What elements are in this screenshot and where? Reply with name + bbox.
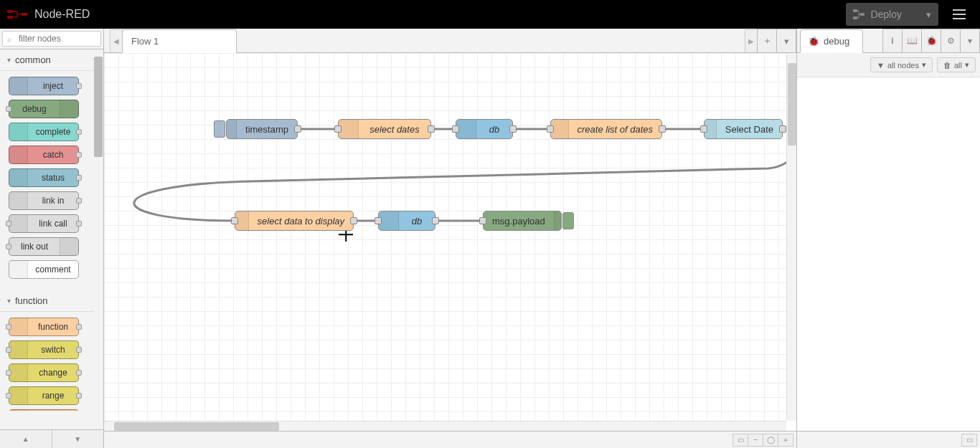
node-type-icon bbox=[9, 215, 28, 232]
inject-button[interactable] bbox=[214, 120, 225, 138]
svg-rect-0 bbox=[7, 10, 13, 13]
flow-node-n8[interactable]: msg.payload bbox=[483, 211, 562, 231]
palette-node-link-in[interactable]: link in bbox=[9, 191, 79, 210]
wire[interactable] bbox=[134, 129, 786, 221]
node-type-icon bbox=[9, 261, 28, 278]
output-port bbox=[76, 129, 82, 135]
navigator-button[interactable]: ▭ bbox=[732, 434, 748, 447]
hamburger-icon bbox=[953, 14, 966, 15]
palette-expand-button[interactable]: ▼ bbox=[52, 430, 104, 448]
palette-category-common[interactable]: ▾common bbox=[0, 49, 93, 71]
input-port[interactable] bbox=[334, 125, 341, 133]
input-port bbox=[6, 106, 11, 112]
input-port[interactable] bbox=[231, 217, 238, 224]
output-port bbox=[76, 152, 82, 158]
input-port[interactable] bbox=[547, 125, 554, 133]
zoom-out-button[interactable]: − bbox=[748, 434, 763, 447]
flow-canvas[interactable]: timestampselect datesdbcreate list of da… bbox=[104, 53, 786, 421]
sidebar-tab-debug[interactable]: 🐞 debug bbox=[800, 29, 863, 53]
input-port bbox=[6, 347, 11, 353]
zoom-reset-button[interactable]: ◯ bbox=[763, 434, 778, 447]
palette-node-function[interactable]: function bbox=[9, 318, 79, 336]
node-type-icon bbox=[379, 211, 399, 230]
node-type-icon bbox=[227, 120, 237, 138]
input-port bbox=[6, 324, 11, 330]
flow-node-n5[interactable]: Select Date bbox=[704, 119, 783, 139]
workspace-tabs: ◀ Flow 1 ▶ ＋ ▾ bbox=[104, 29, 796, 53]
output-port[interactable] bbox=[779, 125, 786, 133]
sidebar-info-button[interactable]: i bbox=[882, 29, 903, 52]
sidebar-debug-button[interactable]: 🐞 bbox=[921, 29, 941, 52]
palette-category-function[interactable]: ▾function bbox=[0, 290, 93, 312]
node-type-icon bbox=[339, 120, 359, 138]
palette-node-comment[interactable]: comment bbox=[9, 260, 79, 279]
canvas-vscroll[interactable] bbox=[786, 53, 796, 421]
flow-node-n1[interactable]: timestamp bbox=[226, 119, 298, 139]
output-port[interactable] bbox=[509, 125, 517, 133]
palette-filter-input[interactable] bbox=[2, 31, 101, 47]
palette-node-template[interactable]: template bbox=[9, 409, 79, 411]
palette-node-catch[interactable]: catch bbox=[9, 146, 79, 164]
output-port bbox=[76, 221, 82, 227]
sidebar-config-button[interactable]: ⚙ bbox=[941, 29, 961, 52]
palette-scrollbar[interactable] bbox=[93, 49, 103, 411]
input-port[interactable] bbox=[374, 217, 382, 224]
list-flows-button[interactable]: ▾ bbox=[776, 29, 796, 52]
app-name: Node-RED bbox=[34, 8, 90, 21]
deploy-button[interactable]: Deploy bbox=[846, 3, 919, 26]
debug-filter-button[interactable]: ▼ all nodes ▾ bbox=[870, 57, 933, 72]
output-port[interactable] bbox=[294, 125, 301, 133]
input-port[interactable] bbox=[700, 125, 707, 133]
flow-node-n3[interactable]: db bbox=[456, 119, 513, 139]
output-port[interactable] bbox=[350, 217, 357, 224]
output-port[interactable] bbox=[428, 125, 435, 133]
workspace: ◀ Flow 1 ▶ ＋ ▾ timestampselect datesdbcr… bbox=[104, 29, 797, 448]
palette-node-range[interactable]: range bbox=[9, 386, 79, 405]
sidebar-tabs: 🐞 debug i 📖 🐞 ⚙ ▾ bbox=[797, 29, 980, 53]
input-port[interactable] bbox=[479, 217, 486, 224]
deploy-dropdown[interactable]: ▾ bbox=[919, 3, 938, 26]
palette-node-inject[interactable]: inject bbox=[9, 77, 79, 95]
palette-node-change[interactable]: change bbox=[9, 363, 79, 382]
sidebar-help-button[interactable]: 📖 bbox=[902, 29, 922, 52]
output-port bbox=[76, 393, 82, 399]
debug-toggle-button[interactable] bbox=[562, 212, 574, 229]
flow-node-n6[interactable]: select data to display bbox=[235, 211, 354, 231]
svg-rect-4 bbox=[853, 16, 857, 19]
canvas-hscroll[interactable] bbox=[104, 421, 786, 431]
output-port bbox=[76, 83, 82, 89]
palette-collapse-button[interactable]: ▲ bbox=[0, 430, 52, 448]
tab-scroll-left[interactable]: ◀ bbox=[110, 29, 123, 52]
node-type-icon bbox=[9, 123, 28, 140]
palette-node-switch[interactable]: switch bbox=[9, 340, 79, 359]
flow-tab[interactable]: Flow 1 bbox=[122, 29, 237, 53]
flow-node-n4[interactable]: create list of dates bbox=[550, 119, 662, 139]
input-port[interactable] bbox=[452, 125, 459, 133]
zoom-in-button[interactable]: ＋ bbox=[778, 434, 793, 447]
sidebar: 🐞 debug i 📖 🐞 ⚙ ▾ ▼ all nodes ▾ 🗑 all ▾ bbox=[797, 29, 980, 448]
sidebar-more-button[interactable]: ▾ bbox=[960, 29, 980, 52]
workspace-footer: ▭ − ◯ ＋ bbox=[104, 431, 796, 448]
sidebar-footer: ▭ bbox=[797, 431, 980, 448]
output-port[interactable] bbox=[432, 217, 439, 224]
flow-tab-label: Flow 1 bbox=[131, 36, 159, 47]
input-port bbox=[6, 393, 11, 399]
palette-node-status[interactable]: status bbox=[9, 168, 79, 187]
debug-clear-button[interactable]: 🗑 all ▾ bbox=[937, 57, 976, 72]
palette-node-debug[interactable]: debug bbox=[9, 100, 79, 118]
input-port bbox=[6, 370, 11, 376]
main-menu-button[interactable] bbox=[938, 0, 980, 29]
trash-icon: 🗑 bbox=[943, 61, 951, 70]
palette-node-complete[interactable]: complete bbox=[9, 123, 79, 141]
sidebar-popout-button[interactable]: ▭ bbox=[961, 434, 977, 447]
filter-icon: ▼ bbox=[877, 61, 885, 70]
flow-node-n7[interactable]: db bbox=[378, 211, 435, 231]
add-flow-button[interactable]: ＋ bbox=[757, 29, 777, 52]
palette-node-link-out[interactable]: link out bbox=[9, 237, 79, 256]
flow-node-n2[interactable]: select dates bbox=[338, 119, 431, 139]
palette-node-link-call[interactable]: link call bbox=[9, 214, 79, 233]
node-type-icon bbox=[9, 77, 28, 95]
node-type-icon bbox=[9, 146, 28, 163]
tab-scroll-right[interactable]: ▶ bbox=[745, 29, 758, 52]
output-port[interactable] bbox=[659, 125, 666, 133]
